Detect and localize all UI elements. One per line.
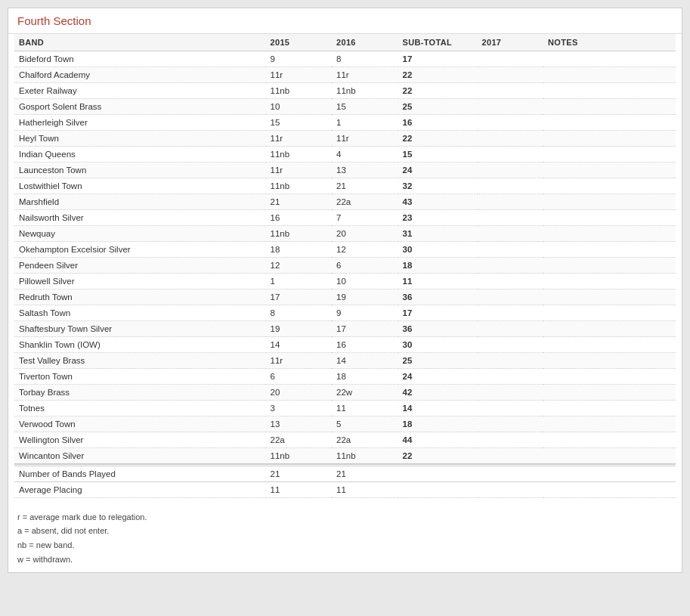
cell-band: Bideford Town — [14, 51, 266, 67]
summary-2015: 11 — [266, 481, 333, 497]
cell-2017 — [478, 416, 544, 432]
col-header-2017: 2017 — [478, 34, 544, 51]
section-title: Fourth Section — [8, 8, 682, 34]
cell-2016: 11nb — [332, 448, 398, 465]
cell-2017 — [478, 67, 544, 83]
cell-2015: 15 — [266, 115, 333, 131]
cell-2016: 8 — [332, 51, 398, 67]
cell-band: Heyl Town — [14, 131, 266, 147]
cell-notes — [543, 163, 676, 178]
table-row: Tiverton Town61824 — [14, 369, 676, 385]
cell-2016: 10 — [332, 274, 398, 289]
summary-notes — [543, 466, 676, 481]
cell-2017 — [478, 115, 544, 131]
cell-2015: 11nb — [266, 178, 333, 194]
table-row: Launceston Town11r1324 — [14, 163, 676, 178]
cell-band: Chalford Academy — [14, 67, 266, 83]
cell-2017 — [478, 369, 544, 385]
cell-notes — [543, 321, 676, 337]
cell-subtotal: 23 — [398, 210, 478, 226]
cell-2015: 1 — [266, 274, 333, 289]
summary-notes — [543, 481, 676, 497]
cell-2016: 9 — [332, 305, 398, 321]
cell-2016: 22w — [332, 385, 398, 401]
cell-2016: 5 — [332, 416, 398, 432]
footnote-item: w = withdrawn. — [17, 553, 673, 567]
summary-2015: 21 — [266, 466, 333, 481]
cell-2016: 21 — [332, 178, 398, 194]
cell-subtotal: 36 — [398, 289, 478, 305]
cell-notes — [543, 448, 676, 465]
cell-2015: 6 — [266, 369, 333, 385]
summary-label: Average Placing — [14, 481, 266, 497]
cell-notes — [543, 115, 676, 131]
cell-subtotal: 16 — [398, 115, 478, 131]
cell-band: Totnes — [14, 401, 266, 416]
col-header-2016: 2016 — [332, 34, 398, 51]
cell-subtotal: 22 — [398, 67, 478, 83]
table-row: Wincanton Silver11nb11nb22 — [14, 448, 676, 465]
cell-subtotal: 15 — [398, 147, 478, 163]
cell-2016: 12 — [332, 242, 398, 258]
cell-2016: 1 — [332, 115, 398, 131]
cell-notes — [543, 337, 676, 353]
cell-subtotal: 22 — [398, 131, 478, 147]
cell-subtotal: 24 — [398, 369, 478, 385]
cell-2015: 11r — [266, 67, 333, 83]
cell-notes — [543, 289, 676, 305]
cell-subtotal: 14 — [398, 401, 478, 416]
cell-notes — [543, 385, 676, 401]
cell-2017 — [478, 147, 544, 163]
table-row: Nailsworth Silver16723 — [14, 210, 676, 226]
cell-subtotal: 18 — [398, 416, 478, 432]
cell-notes — [543, 210, 676, 226]
cell-2017 — [478, 131, 544, 147]
summary-2017 — [478, 466, 544, 481]
table-row: Totnes31114 — [14, 401, 676, 416]
table-row: Wellington Silver22a22a44 — [14, 432, 676, 448]
cell-2015: 20 — [266, 385, 333, 401]
table-header-row: BAND 2015 2016 SUB-TOTAL 2017 NOTES — [14, 34, 676, 51]
cell-band: Newquay — [14, 226, 266, 242]
cell-2015: 11nb — [266, 147, 333, 163]
table-row: Newquay11nb2031 — [14, 226, 676, 242]
cell-2015: 16 — [266, 210, 333, 226]
col-header-band: BAND — [14, 34, 266, 51]
cell-2015: 18 — [266, 242, 333, 258]
summary-subtotal — [398, 466, 478, 481]
cell-2017 — [478, 210, 544, 226]
cell-2015: 11r — [266, 131, 333, 147]
col-header-subtotal: SUB-TOTAL — [398, 34, 478, 51]
cell-2017 — [478, 448, 544, 465]
table-row: Hatherleigh Silver15116 — [14, 115, 676, 131]
cell-2017 — [478, 194, 544, 210]
table-row: Torbay Brass2022w42 — [14, 385, 676, 401]
summary-row: Average Placing1111 — [14, 481, 676, 497]
table-row: Shaftesbury Town Silver191736 — [14, 321, 676, 337]
cell-2017 — [478, 289, 544, 305]
cell-2017 — [478, 274, 544, 289]
table-row: Pillowell Silver11011 — [14, 274, 676, 289]
cell-notes — [543, 194, 676, 210]
cell-notes — [543, 242, 676, 258]
cell-2015: 11nb — [266, 226, 333, 242]
table-row: Lostwithiel Town11nb2132 — [14, 178, 676, 194]
col-header-2015: 2015 — [266, 34, 333, 51]
cell-2016: 17 — [332, 321, 398, 337]
cell-band: Torbay Brass — [14, 385, 266, 401]
table-row: Pendeen Silver12618 — [14, 258, 676, 274]
table-row: Exeter Railway11nb11nb22 — [14, 83, 676, 99]
cell-subtotal: 25 — [398, 353, 478, 369]
cell-notes — [543, 51, 676, 67]
cell-notes — [543, 258, 676, 274]
cell-subtotal: 42 — [398, 385, 478, 401]
cell-2017 — [478, 432, 544, 448]
cell-band: Launceston Town — [14, 163, 266, 178]
summary-row: Number of Bands Played2121 — [14, 466, 676, 481]
cell-band: Hatherleigh Silver — [14, 115, 266, 131]
footnote-item: a = absent, did not enter. — [17, 524, 673, 538]
cell-subtotal: 17 — [398, 51, 478, 67]
cell-2016: 15 — [332, 99, 398, 115]
cell-notes — [543, 147, 676, 163]
table-row: Chalford Academy11r11r22 — [14, 67, 676, 83]
